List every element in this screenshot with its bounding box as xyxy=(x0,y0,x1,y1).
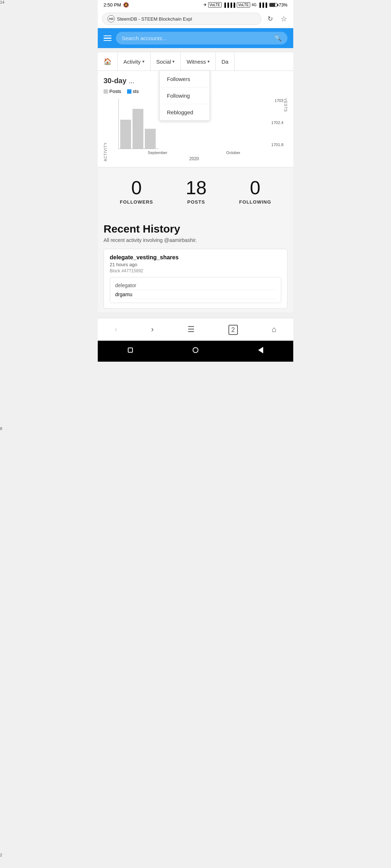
back-button[interactable]: ‹ xyxy=(109,323,123,336)
followers-count: 0 xyxy=(120,178,153,197)
legend-posts-icon xyxy=(104,89,108,94)
following-label: FOLLOWING xyxy=(239,199,271,205)
stat-followers: 0 FOLLOWERS xyxy=(120,178,153,205)
chart-ellipsis: ... xyxy=(129,77,134,85)
tab-activity[interactable]: Activity ▾ xyxy=(118,52,151,71)
recents-button[interactable] xyxy=(126,346,135,354)
search-bar[interactable]: 🔍 xyxy=(116,32,287,44)
history-block: Block #47715892 xyxy=(110,268,281,273)
detail-delegator-value: drgamu xyxy=(115,292,132,297)
tab-social-label: Social xyxy=(156,59,171,65)
chart-bar-2 xyxy=(133,109,143,149)
vests-label: VESTS xyxy=(283,98,287,161)
ad-badge: AD xyxy=(108,15,115,22)
tab-da[interactable]: Da xyxy=(216,52,235,71)
chart-bar-1 xyxy=(120,120,131,149)
detail-row-value: drgamu xyxy=(115,290,276,299)
hamburger-menu[interactable] xyxy=(104,35,112,41)
home-system-icon xyxy=(193,347,198,353)
app-header: 🔍 xyxy=(98,28,293,48)
bottom-navigation: ‹ › ☰ 2 ⌂ xyxy=(98,318,293,341)
history-operation: delegate_vesting_shares xyxy=(110,254,281,261)
browser-url-bar[interactable]: AD SteemDB - STEEM Blockchain Expl xyxy=(102,13,261,25)
x-label-september: September xyxy=(148,150,167,155)
recent-history-section: Recent History All recent activity invol… xyxy=(98,216,293,312)
tab-da-label: Da xyxy=(222,59,228,65)
reload-button[interactable]: ↻ xyxy=(265,14,275,24)
legend-posts: Posts xyxy=(104,89,121,94)
tabs-button[interactable]: 2 xyxy=(223,323,244,336)
detail-delegator-label: delegator xyxy=(115,282,144,288)
legend-vests: sts xyxy=(127,89,139,94)
right-vests: 1703 1702.4 1701.8 VESTS xyxy=(271,98,287,161)
social-arrow-icon: ▾ xyxy=(172,59,175,64)
activity-arrow-icon: ▾ xyxy=(142,59,144,64)
recents-icon xyxy=(128,348,133,353)
stat-posts: 18 POSTS xyxy=(186,178,207,205)
chart-year: 2020 xyxy=(118,156,270,161)
detail-row-delegator: delegator xyxy=(115,281,276,290)
bookmark-button[interactable]: ☆ xyxy=(279,14,289,24)
social-dropdown: Followers Following Reblogged xyxy=(159,71,210,121)
chart-title: 30-day xyxy=(104,77,126,85)
followers-label: FOLLOWERS xyxy=(120,199,153,205)
vests-y-axis: 1703 1702.4 1701.8 xyxy=(271,98,283,161)
status-time: 2:50 PM 🔕 xyxy=(104,2,129,8)
x-axis-labels: September October xyxy=(118,149,270,156)
dropdown-reblogged[interactable]: Reblogged xyxy=(160,104,210,120)
tab-home[interactable]: 🏠 xyxy=(98,52,118,71)
search-icon: 🔍 xyxy=(274,35,282,42)
history-time: 21 hours ago xyxy=(110,262,281,267)
tab-social[interactable]: Social ▾ xyxy=(151,52,181,71)
browser-bar: AD SteemDB - STEEM Blockchain Expl ↻ ☆ xyxy=(98,10,293,28)
search-input[interactable] xyxy=(122,35,272,41)
legend-vests-icon xyxy=(127,89,131,94)
dropdown-followers[interactable]: Followers xyxy=(160,71,210,88)
witness-arrow-icon: ▾ xyxy=(207,59,210,64)
dropdown-following[interactable]: Following xyxy=(160,88,210,104)
main-content: 🏠 Activity ▾ Social ▾ Witness ▾ Da Follo… xyxy=(98,52,293,312)
home-system-button[interactable] xyxy=(191,346,200,354)
menu-button[interactable]: ☰ xyxy=(182,323,201,336)
history-subtitle: All recent activity involving @aamirbash… xyxy=(104,237,287,243)
system-bar xyxy=(98,341,293,362)
url-text: SteemDB - STEEM Blockchain Expl xyxy=(117,16,192,22)
chart-bars xyxy=(118,98,159,149)
following-count: 0 xyxy=(239,178,271,197)
legend-posts-label: Posts xyxy=(109,89,121,94)
activity-y-label: ACTIVITY xyxy=(104,98,108,161)
battery-icon xyxy=(269,3,277,7)
tab-witness-label: Witness xyxy=(186,59,206,65)
x-label-october: October xyxy=(226,150,240,155)
legend-vests-label: sts xyxy=(133,89,139,94)
tab-activity-label: Activity xyxy=(123,59,141,65)
history-detail-card: delegator drgamu xyxy=(110,277,281,303)
status-icons: ✈ VoLTE ▐▐▐▐ VoLTE 4G ▐▐▐ 73% xyxy=(203,2,287,8)
posts-label: POSTS xyxy=(186,199,207,205)
history-title: Recent History xyxy=(104,223,287,235)
status-bar: 2:50 PM 🔕 ✈ VoLTE ▐▐▐▐ VoLTE 4G ▐▐▐ 73% xyxy=(98,0,293,10)
posts-count: 18 xyxy=(186,178,207,197)
chart-bar-3 xyxy=(145,129,156,149)
stats-row: 0 FOLLOWERS 18 POSTS 0 FOLLOWING xyxy=(98,167,293,216)
back-system-button[interactable] xyxy=(256,346,265,354)
back-system-icon xyxy=(258,347,263,353)
home-button[interactable]: ⌂ xyxy=(266,323,282,336)
tab-witness[interactable]: Witness ▾ xyxy=(181,52,215,71)
history-card: delegate_vesting_shares 21 hours ago Blo… xyxy=(104,249,287,309)
forward-button[interactable]: › xyxy=(145,323,159,336)
stat-following: 0 FOLLOWING xyxy=(239,178,271,205)
tab-bar: 🏠 Activity ▾ Social ▾ Witness ▾ Da Follo… xyxy=(98,52,293,71)
